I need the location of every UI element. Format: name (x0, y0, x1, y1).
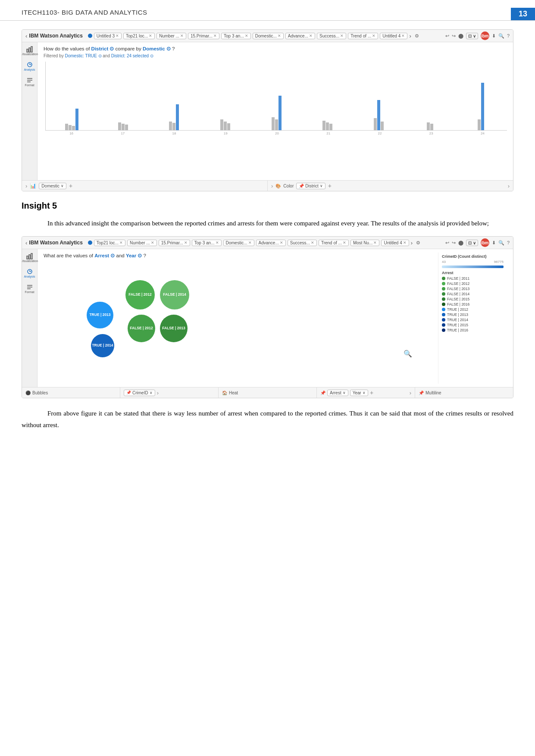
widget2-tag-6[interactable]: Success... ✕ (288, 240, 317, 246)
widget2-tag-9-close[interactable]: ✕ (403, 241, 407, 245)
view-toggle[interactable]: ⊡ ∨ (466, 240, 478, 246)
widget1-tag-3-close[interactable]: ✕ (213, 34, 217, 38)
widget2-tag-0[interactable]: Top21 loc... ✕ (94, 240, 125, 246)
undo-icon[interactable]: ↩ (445, 33, 449, 39)
widget1-add-button[interactable]: + (69, 182, 72, 189)
widget1-district-dropdown[interactable]: ∨ (320, 184, 323, 188)
widget1-tag-8[interactable]: Trend of ... ✕ (348, 33, 378, 39)
bar-4c (227, 123, 230, 130)
bar-group-3 (150, 70, 198, 130)
help-icon[interactable]: ? (507, 240, 510, 245)
share-icon[interactable]: ⬤ (458, 240, 463, 246)
widget2-tag-2-close[interactable]: ✕ (184, 241, 188, 245)
widget2-tag-4-close[interactable]: ✕ (248, 241, 252, 245)
widget2-tag-3[interactable]: Top 3 an... ✕ (192, 240, 222, 246)
ibm-button[interactable]: ibm (481, 238, 489, 247)
widget2-tag-1[interactable]: Number ... ✕ (127, 240, 157, 246)
legend-dot-0 (442, 277, 445, 280)
widget2-tag-5[interactable]: Advance... ✕ (256, 240, 286, 246)
widget2-arrest-tag[interactable]: Arrest ∨ (327, 390, 348, 396)
widget2-tag-4[interactable]: Domestic... ✕ (223, 240, 254, 246)
share-icon[interactable]: ⬤ (458, 33, 463, 39)
widget2-year-dropdown[interactable]: ∨ (363, 390, 366, 395)
legend-dot-6 (442, 308, 445, 311)
widget2-tag-5-close[interactable]: ✕ (280, 241, 283, 245)
widget2-year-tag[interactable]: Year ∨ (350, 390, 368, 396)
sidebar-visualization-icon[interactable]: Visualization (24, 45, 36, 57)
widget1-tag-0-close[interactable]: ✕ (116, 34, 119, 38)
widget2-tag-1-close[interactable]: ✕ (151, 241, 154, 245)
widget1-tag-8-close[interactable]: ✕ (372, 34, 375, 38)
widget2-arrest-dropdown[interactable]: ∨ (343, 390, 346, 395)
widget1-nav-next[interactable]: › (409, 33, 411, 39)
widget1-district-tag[interactable]: 📌 District ∨ (296, 183, 325, 189)
widget1-tag-7[interactable]: Success... ✕ (317, 33, 346, 39)
widget2-tag-0-close[interactable]: ✕ (119, 241, 123, 245)
widget1-tag-5-close[interactable]: ✕ (278, 34, 281, 38)
widget2-right-chevron[interactable]: › (410, 390, 411, 396)
widget2-sidebar-viz-icon[interactable]: Visualization (24, 252, 36, 264)
widget2-crimeid-dropdown[interactable]: ∨ (150, 390, 153, 395)
widget1-tag-0[interactable]: Untitled 3 ✕ (94, 33, 122, 39)
widget2-nav-prev[interactable]: ‹ (25, 240, 27, 246)
widget1-bottom-right-end-chevron[interactable]: › (508, 183, 510, 189)
help-icon[interactable]: ? (507, 33, 510, 38)
widget1-domestic-dropdown[interactable]: ∨ (61, 184, 64, 188)
widget1-container: ‹ IBM Watson Analytics Untitled 3 ✕ Top2… (22, 29, 513, 191)
sidebar-format-icon[interactable]: Format (24, 76, 36, 88)
widget1-tag-2-close[interactable]: ✕ (180, 34, 184, 38)
widget1-tag-6-close[interactable]: ✕ (309, 34, 313, 38)
widget1-color-add-button[interactable]: + (328, 182, 332, 189)
widget2-tag-6-close[interactable]: ✕ (311, 241, 314, 245)
widget1-tag-4-close[interactable]: ✕ (245, 34, 248, 38)
widget1-domestic-tag[interactable]: Domestic ∨ (39, 183, 66, 189)
widget1-nav-prev[interactable]: ‹ (25, 33, 27, 39)
bar-1a (65, 124, 68, 130)
widget2-tag-8[interactable]: Most Nu... ✕ (350, 240, 380, 246)
widget1-tag-4[interactable]: Top 3 an... ✕ (221, 33, 251, 39)
widget2-tag-7-close[interactable]: ✕ (343, 241, 346, 245)
search-icon[interactable]: 🔍 (498, 33, 504, 39)
redo-icon[interactable]: ↪ (452, 240, 456, 246)
widget1-bottom-left-chevron[interactable]: › (25, 183, 27, 189)
legend-label-6: TRUE | 2012 (447, 307, 468, 312)
view-toggle[interactable]: ⊡ ∨ (466, 33, 478, 39)
widget1-bottom-right-chevron[interactable]: › (271, 183, 273, 189)
widget1-tag-3[interactable]: 15.Primar... ✕ (188, 33, 219, 39)
export-icon[interactable]: ⬇ (492, 33, 496, 39)
widget2-tag-2[interactable]: 15.Primar... ✕ (159, 240, 190, 246)
legend-dot-9 (442, 323, 445, 327)
undo-icon[interactable]: ↩ (445, 240, 449, 246)
bar-group-7 (354, 70, 403, 130)
widget2-sidebar-format-icon[interactable]: Format (24, 283, 36, 295)
widget2-chart-area: What are the values of Arrest ⊙ and Year… (38, 249, 513, 387)
bar-group-5 (252, 70, 301, 130)
sidebar-analysis-icon[interactable]: Analysis (24, 60, 36, 72)
widget2-magnify-icon[interactable]: 🔍 (404, 350, 412, 358)
export-icon[interactable]: ⬇ (492, 240, 496, 246)
widget2-sidebar-analysis-icon[interactable]: Analysis (24, 267, 36, 279)
bar-5-blue (278, 96, 282, 130)
widget1-tag-9-close[interactable]: ✕ (401, 34, 405, 38)
widget2-tag-8-close[interactable]: ✕ (373, 241, 377, 245)
widget2-tag-3-close[interactable]: ✕ (216, 241, 219, 245)
widget2-crimeid-chevron[interactable]: › (157, 390, 159, 396)
bar-group-8 (406, 70, 454, 130)
widget2-crimeid-tag[interactable]: 📌 CrimeID ∨ (124, 390, 155, 396)
widget2-tag-7[interactable]: Trend of ... ✕ (319, 240, 349, 246)
widget1-tag-1-close[interactable]: ✕ (149, 34, 152, 38)
widget1-tag-9[interactable]: Untitled 4 ✕ (380, 33, 407, 39)
widget2-add-button[interactable]: + (370, 389, 373, 396)
legend-label-10: TRUE | 2016 (447, 328, 468, 332)
widget1-tag-5[interactable]: Domestic... ✕ (253, 33, 284, 39)
ibm-button[interactable]: ibm (481, 31, 489, 40)
widget1-tag-1[interactable]: Top21 loc... ✕ (123, 33, 155, 39)
widget1-tag-6[interactable]: Advance... ✕ (285, 33, 315, 39)
widget2-bottom-multiline: 📌 Multiline (415, 387, 513, 398)
widget1-tag-7-close[interactable]: ✕ (340, 34, 344, 38)
redo-icon[interactable]: ↪ (452, 33, 456, 39)
search-icon[interactable]: 🔍 (498, 240, 504, 246)
widget2-nav-next[interactable]: › (411, 240, 413, 246)
widget1-tag-2[interactable]: Number ... ✕ (156, 33, 186, 39)
widget2-tag-9[interactable]: Untitled 4 ✕ (381, 240, 409, 246)
